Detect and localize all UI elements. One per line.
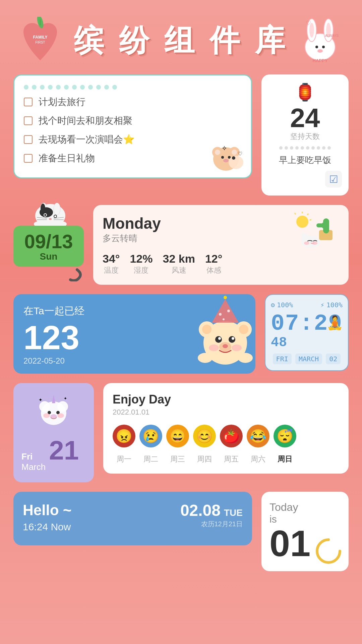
svg-point-40 — [49, 218, 52, 220]
dot — [322, 146, 325, 150]
mini-cal-day-number: 21 — [49, 437, 79, 464]
main-content: 计划去旅行 找个时间去和朋友相聚 去现场看一次演唱会⭐ 准备生日礼物 — [0, 68, 362, 578]
calendar-day: Sun — [21, 251, 76, 262]
svg-point-80 — [57, 401, 68, 412]
svg-point-10 — [322, 46, 325, 48]
mini-cal-weekday: Fri March — [21, 451, 46, 472]
mood-day-thu: 周四 — [193, 454, 216, 464]
dot — [295, 146, 299, 150]
mood-day-sun: 周日 — [274, 454, 296, 464]
svg-point-87 — [43, 413, 50, 418]
mood-emoji-row: 😠 😢 😄 😊 🍅 😂 😴 — [113, 425, 339, 447]
mini-cal-label: Fri March 21 — [21, 437, 86, 472]
svg-point-73 — [223, 344, 228, 348]
todo-checkbox[interactable] — [24, 98, 33, 106]
mood-day-mon: 周一 — [113, 454, 135, 464]
dot — [80, 85, 85, 90]
mood-emoji-sad[interactable]: 😢 — [139, 425, 162, 447]
todo-checkbox[interactable] — [24, 135, 33, 144]
weather-widget: Monday 多云转晴 — [93, 205, 349, 285]
svg-text:♡: ♡ — [238, 151, 242, 157]
mood-emoji-love[interactable]: 😊 — [193, 425, 216, 447]
svg-point-74 — [209, 344, 219, 351]
bear-illustration — [192, 296, 255, 374]
clock-battery: ⚙ 100% — [271, 301, 293, 309]
hello-date-area: 02.08 TUE 农历12月21日 — [180, 501, 243, 529]
todo-item-1[interactable]: 计划去旅行 — [24, 96, 242, 108]
digital-clock-widget: ⚙ 100% ⚡ 100% 07:29 48 🧘 FRI MARCH 02 — [265, 294, 349, 371]
todo-widget: 计划去旅行 找个时间去和朋友相聚 去现场看一次演唱会⭐ 准备生日礼物 — [13, 74, 252, 178]
mood-emoji-angry[interactable]: 😠 — [113, 425, 135, 447]
svg-point-79 — [39, 401, 50, 412]
svg-text:FAMILY: FAMILY — [33, 35, 48, 40]
dot — [24, 85, 28, 90]
dot — [301, 146, 304, 150]
dot — [96, 85, 101, 90]
svg-point-60 — [224, 296, 227, 299]
header: FAMILY FIRST 缤 纷 组 件 库 HAPPY ALWAYS ♡ — [0, 0, 362, 68]
clock-date-num: 02 — [326, 354, 341, 364]
dot — [112, 85, 117, 90]
streak-number: 24 — [290, 105, 320, 131]
svg-text:✧: ✧ — [222, 145, 227, 152]
svg-point-89 — [317, 540, 340, 562]
mood-emoji-laugh[interactable]: 😂 — [247, 425, 269, 447]
dot — [40, 85, 45, 90]
dot — [327, 146, 331, 150]
svg-point-20 — [221, 156, 224, 159]
todo-item-2[interactable]: 找个时间去和朋友相聚 — [24, 114, 242, 127]
svg-marker-81 — [52, 395, 55, 403]
couple-counter-widget: 在Ta一起已经 123 2022-05-20 — [13, 294, 255, 374]
todo-dots — [24, 85, 242, 90]
streak-text: 早上要吃早饭 — [279, 154, 331, 166]
dot — [285, 146, 288, 150]
mood-emoji-happy[interactable]: 😄 — [166, 425, 189, 447]
svg-point-65 — [202, 325, 212, 334]
calendar-date: 09/13 — [21, 232, 76, 251]
row-3: 在Ta一起已经 123 2022-05-20 — [13, 294, 349, 374]
mood-day-labels: 周一 周二 周三 周四 周五 周六 周日 — [113, 454, 339, 464]
mood-emoji-tomato[interactable]: 🍅 — [220, 425, 243, 447]
todo-checkbox[interactable] — [24, 154, 33, 163]
svg-line-47 — [295, 213, 296, 214]
svg-point-19 — [232, 150, 237, 155]
dot — [279, 146, 283, 150]
cat-illustration — [20, 199, 80, 230]
cat-tail — [13, 268, 84, 284]
mood-day-sat: 周六 — [247, 454, 269, 464]
sticker-family: FAMILY FIRST — [20, 17, 60, 67]
today-label: Today — [269, 501, 341, 514]
row-1: 计划去旅行 找个时间去和朋友相聚 去现场看一次演唱会⭐ 准备生日礼物 — [13, 74, 349, 196]
svg-point-55 — [304, 241, 309, 245]
streak-dots — [279, 146, 331, 150]
svg-marker-58 — [212, 299, 239, 323]
dot — [104, 85, 109, 90]
dot — [72, 85, 77, 90]
svg-point-43 — [296, 216, 308, 228]
sticker-bunny: HAPPY ALWAYS ♡ — [298, 13, 342, 64]
mood-day-wed: 周三 — [166, 454, 189, 464]
dot — [48, 85, 53, 90]
svg-point-62 — [227, 310, 230, 312]
svg-point-9 — [315, 46, 318, 48]
svg-text:✦: ✦ — [39, 397, 43, 402]
streak-unit: 坚持天数 — [290, 131, 320, 142]
dot — [88, 85, 93, 90]
today-ring-decoration — [315, 538, 342, 565]
row-5: Hello ~ 16:24 Now 02.08 TUE 农历12月21日 Tod… — [13, 492, 349, 571]
dot — [290, 146, 293, 150]
todo-checkbox[interactable] — [24, 116, 33, 125]
weather-illustration — [289, 212, 339, 257]
streak-icon: 🏮 — [295, 83, 315, 102]
streak-widget: 🏮 24 坚持天数 早上要吃早饭 ☑ — [261, 74, 349, 196]
svg-point-23 — [229, 156, 243, 169]
streak-check-icon[interactable]: ☑ — [325, 171, 342, 187]
svg-point-54 — [304, 234, 308, 240]
svg-line-45 — [307, 214, 308, 215]
charging-icon: ⚡ — [320, 301, 324, 309]
mood-day-tue: 周二 — [139, 454, 162, 464]
svg-point-31 — [41, 204, 45, 213]
weather-temperature: 34° 温度 — [103, 252, 120, 275]
clock-charging: ⚡ 100% — [320, 301, 343, 309]
mood-emoji-sleep[interactable]: 😴 — [274, 425, 296, 447]
